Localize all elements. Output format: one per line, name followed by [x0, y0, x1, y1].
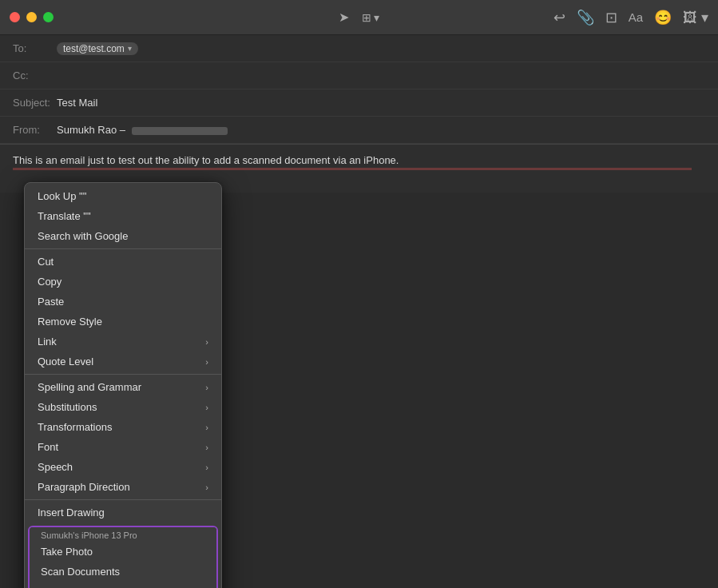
chevron-right-icon: ›: [205, 483, 208, 492]
chevron-right-icon: ›: [205, 423, 208, 432]
from-email-blurred: [132, 127, 228, 135]
minimize-button[interactable]: [26, 12, 37, 22]
menu-item-search-google[interactable]: Search with Google: [25, 226, 221, 246]
menu-item-transformations[interactable]: Transformations ›: [25, 417, 221, 437]
email-body-text: This is an email just to test out the ab…: [13, 154, 399, 166]
titlebar-actions: ↩ 📎 ⊡ Aa 😊 🖼 ▾: [553, 9, 708, 26]
menu-item-substitutions[interactable]: Substitutions ›: [25, 397, 221, 417]
menu-item-lookup[interactable]: Look Up "": [25, 186, 221, 206]
menu-item-link[interactable]: Link ›: [25, 332, 221, 352]
menu-item-paste[interactable]: Paste: [25, 292, 221, 312]
cc-row: Cc:: [0, 62, 718, 89]
menu-item-spelling-grammar[interactable]: Spelling and Grammar ›: [25, 377, 221, 397]
separator-2: [25, 374, 221, 375]
chevron-right-icon: ›: [205, 403, 208, 412]
chevron-down-icon: ▾: [128, 44, 132, 53]
device-section: Sumukh's iPhone 13 Pro Take Photo Scan D…: [28, 526, 218, 588]
font-icon[interactable]: Aa: [629, 10, 643, 24]
menu-item-speech[interactable]: Speech ›: [25, 457, 221, 477]
from-row: From: Sumukh Rao –: [0, 117, 718, 144]
send-button[interactable]: ➤: [339, 10, 349, 25]
reply-icon[interactable]: ↩: [553, 9, 565, 26]
menu-item-remove-style[interactable]: Remove Style: [25, 312, 221, 332]
menu-item-paragraph-direction[interactable]: Paragraph Direction ›: [25, 477, 221, 497]
titlebar-center: ➤ ⊞ ▾: [339, 10, 380, 25]
compose-header: To: test@test.com ▾ Cc: Subject: Test Ma…: [0, 35, 718, 145]
subject-row: Subject: Test Mail: [0, 89, 718, 117]
photo-icon[interactable]: 🖼 ▾: [683, 9, 708, 26]
device-name: Sumukh's iPhone 13 Pro: [30, 527, 216, 542]
menu-item-take-photo[interactable]: Take Photo: [30, 542, 216, 562]
menu-item-translate[interactable]: Translate "": [25, 206, 221, 226]
maximize-button[interactable]: [43, 12, 54, 22]
subject-field[interactable]: Test Mail: [57, 97, 705, 109]
to-chip[interactable]: test@test.com ▾: [57, 42, 138, 55]
to-row: To: test@test.com ▾: [0, 35, 718, 62]
from-field: Sumukh Rao –: [57, 124, 705, 136]
chevron-right-icon: ›: [205, 443, 208, 452]
context-menu: Look Up "" Translate "" Search with Goog…: [24, 182, 222, 588]
menu-item-font[interactable]: Font ›: [25, 437, 221, 457]
subject-label: Subject:: [13, 97, 57, 109]
menu-item-quote-level[interactable]: Quote Level ›: [25, 352, 221, 371]
menu-item-add-sketch[interactable]: Add Sketch: [30, 582, 216, 588]
to-label: To:: [13, 42, 57, 54]
separator-3: [25, 499, 221, 500]
chevron-right-icon: ›: [205, 357, 208, 367]
chevron-right-icon: ›: [205, 383, 208, 392]
traffic-lights: [10, 12, 54, 22]
emoji-icon[interactable]: 😊: [654, 9, 672, 26]
chevron-right-icon: ›: [205, 463, 208, 472]
separator-1: [25, 248, 221, 249]
menu-item-insert-drawing[interactable]: Insert Drawing: [25, 503, 221, 522]
compose-mode-icon[interactable]: ⊞ ▾: [362, 11, 380, 24]
menu-item-copy[interactable]: Copy: [25, 272, 221, 292]
detach-icon[interactable]: ⊡: [605, 9, 617, 26]
cc-label: Cc:: [13, 70, 57, 81]
titlebar: ➤ ⊞ ▾ ↩ 📎 ⊡ Aa 😊 🖼 ▾: [0, 0, 718, 35]
close-button[interactable]: [10, 12, 20, 22]
to-field[interactable]: test@test.com ▾: [57, 42, 705, 55]
selection-highlight: [13, 168, 692, 170]
attachment-icon[interactable]: 📎: [577, 9, 594, 26]
from-label: From:: [13, 124, 57, 136]
menu-item-scan-documents[interactable]: Scan Documents: [30, 562, 216, 582]
chevron-right-icon: ›: [205, 337, 208, 347]
menu-item-cut[interactable]: Cut: [25, 252, 221, 272]
